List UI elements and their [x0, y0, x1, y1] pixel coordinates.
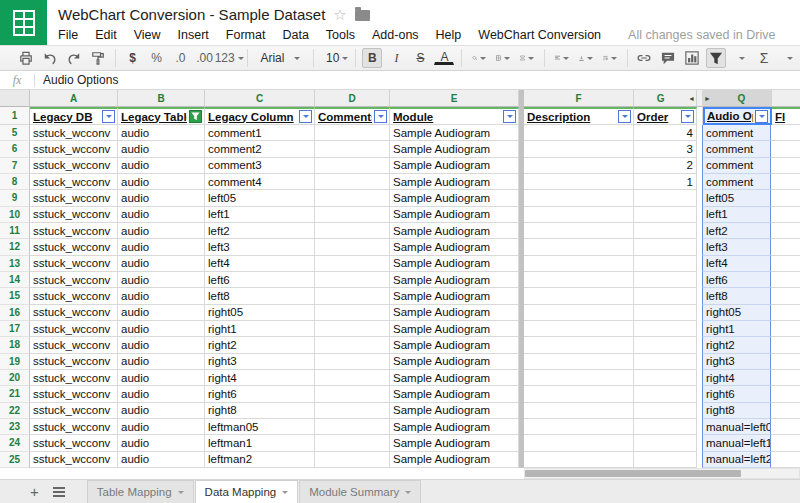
row-header-6[interactable]: 6 [0, 141, 30, 157]
cell-x5[interactable] [771, 125, 800, 141]
menu-edit[interactable]: Edit [95, 28, 117, 42]
cell-D19[interactable] [315, 354, 390, 370]
header-cell-legacy-table[interactable]: Legacy Table [118, 107, 205, 125]
add-sheet-button[interactable]: + [30, 483, 39, 500]
bold-button[interactable]: B [362, 48, 382, 68]
cell-Q11[interactable]: left2 [702, 223, 771, 239]
tab-table-mapping[interactable]: Table Mapping [87, 480, 194, 503]
cell-A7[interactable]: sstuck_wcconv [30, 158, 118, 174]
formula-input[interactable]: Audio Options [43, 73, 118, 87]
scrollbar-track[interactable] [524, 468, 800, 479]
sheets-logo-icon[interactable] [0, 0, 47, 45]
cell-C6[interactable]: comment2 [205, 141, 315, 157]
cell-B11[interactable]: audio [118, 223, 205, 239]
cell-G8[interactable]: 1 [634, 174, 697, 190]
cell-F19[interactable] [524, 354, 634, 370]
cell-E25[interactable]: Sample Audiogram [390, 452, 519, 468]
cell-F5[interactable] [524, 125, 634, 141]
cell-B10[interactable]: audio [118, 207, 205, 223]
cell-Q16[interactable]: right05 [702, 305, 771, 321]
cell-Q8[interactable]: comment [702, 174, 771, 190]
filter-dropdown-button[interactable] [299, 110, 312, 123]
cell-G16[interactable] [634, 305, 697, 321]
cell-A24[interactable]: sstuck_wcconv [30, 435, 118, 451]
cell-B7[interactable]: audio [118, 158, 205, 174]
row-header-15[interactable]: 15 [0, 288, 30, 304]
cell-D20[interactable] [315, 370, 390, 386]
cell-D16[interactable] [315, 305, 390, 321]
cell-Q18[interactable]: right2 [702, 337, 771, 353]
cell-G12[interactable] [634, 239, 697, 255]
cell-F8[interactable] [524, 174, 634, 190]
header-cell-fl[interactable]: Fl [772, 107, 800, 125]
fill-color-button[interactable] [469, 48, 489, 68]
column-header-D[interactable]: D [315, 90, 390, 107]
cell-B9[interactable]: audio [118, 190, 205, 206]
cell-E19[interactable]: Sample Audiogram [390, 354, 519, 370]
row-header-5[interactable]: 5 [0, 125, 30, 141]
filter-active-button[interactable] [189, 110, 202, 123]
menu-data[interactable]: Data [282, 28, 308, 42]
tab-dropdown-icon[interactable] [178, 491, 184, 497]
cell-Q23[interactable]: manual=left05 [702, 419, 771, 435]
cell-Q15[interactable]: left8 [702, 288, 771, 304]
menu-view[interactable]: View [134, 28, 161, 42]
cell-A10[interactable]: sstuck_wcconv [30, 207, 118, 223]
column-header-B[interactable]: B [118, 90, 205, 107]
row-header-9[interactable]: 9 [0, 190, 30, 206]
cell-D7[interactable] [315, 158, 390, 174]
header-cell-order[interactable]: Order [634, 107, 697, 125]
cell-Q12[interactable]: left3 [702, 239, 771, 255]
row-header-23[interactable]: 23 [0, 419, 30, 435]
header-cell-comments[interactable]: Comments [315, 107, 390, 125]
grid-corner[interactable] [0, 90, 30, 107]
cell-D24[interactable] [315, 435, 390, 451]
cell-x19[interactable] [771, 354, 800, 370]
cell-F9[interactable] [524, 190, 634, 206]
cell-F12[interactable] [524, 239, 634, 255]
cell-C9[interactable]: left05 [205, 190, 315, 206]
cell-A9[interactable]: sstuck_wcconv [30, 190, 118, 206]
cell-F7[interactable] [524, 158, 634, 174]
cell-C20[interactable]: right4 [205, 370, 315, 386]
row-header-14[interactable]: 14 [0, 272, 30, 288]
cell-E8[interactable]: Sample Audiogram [390, 174, 519, 190]
cell-F13[interactable] [524, 256, 634, 272]
cell-C16[interactable]: right05 [205, 305, 315, 321]
cell-A15[interactable]: sstuck_wcconv [30, 288, 118, 304]
tab-data-mapping[interactable]: Data Mapping [195, 480, 299, 503]
cell-B6[interactable]: audio [118, 141, 205, 157]
column-header-C[interactable]: C [205, 90, 315, 107]
cell-F18[interactable] [524, 337, 634, 353]
cell-B25[interactable]: audio [118, 452, 205, 468]
cell-G11[interactable] [634, 223, 697, 239]
cell-A5[interactable]: sstuck_wcconv [30, 125, 118, 141]
cell-Q21[interactable]: right6 [702, 386, 771, 402]
menu-insert[interactable]: Insert [178, 28, 209, 42]
cell-C5[interactable]: comment1 [205, 125, 315, 141]
column-header-partial[interactable] [772, 90, 800, 107]
cell-D25[interactable] [315, 452, 390, 468]
row-header-21[interactable]: 21 [0, 386, 30, 402]
cell-C13[interactable]: left4 [205, 256, 315, 272]
cell-x10[interactable] [771, 207, 800, 223]
cell-Q17[interactable]: right1 [702, 321, 771, 337]
cell-A21[interactable]: sstuck_wcconv [30, 386, 118, 402]
italic-button[interactable]: I [386, 48, 406, 68]
filter-button[interactable] [706, 48, 726, 68]
menu-help[interactable]: Help [436, 28, 462, 42]
insert-comment-button[interactable] [658, 48, 678, 68]
row-header-19[interactable]: 19 [0, 354, 30, 370]
cell-D10[interactable] [315, 207, 390, 223]
cell-Q24[interactable]: manual=left1 [702, 435, 771, 451]
horizontal-align-button[interactable] [552, 48, 572, 68]
column-header-Q[interactable]: ►Q [703, 90, 772, 107]
cell-B8[interactable]: audio [118, 174, 205, 190]
cell-G18[interactable] [634, 337, 697, 353]
cell-x15[interactable] [771, 288, 800, 304]
cell-E11[interactable]: Sample Audiogram [390, 223, 519, 239]
header-cell-legacy-db[interactable]: Legacy DB [30, 107, 118, 125]
cell-B13[interactable]: audio [118, 256, 205, 272]
folder-icon[interactable] [355, 10, 370, 21]
cell-x22[interactable] [771, 403, 800, 419]
